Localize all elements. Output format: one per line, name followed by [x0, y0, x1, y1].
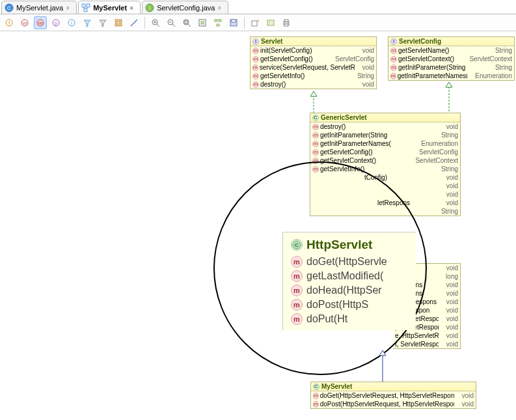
show-fields-icon[interactable]: f	[3, 16, 16, 29]
svg-rect-19	[115, 20, 118, 22]
method-icon: m	[312, 132, 319, 139]
diagram-toolbar: f m m p i	[0, 14, 516, 31]
method-icon: m	[291, 299, 303, 311]
svg-rect-42	[267, 20, 274, 25]
interface-icon: I	[252, 38, 259, 45]
separator	[144, 17, 145, 29]
zoom-out-icon[interactable]	[165, 16, 178, 29]
method-icon: m	[313, 393, 319, 399]
svg-rect-22	[119, 23, 122, 26]
svg-rect-36	[215, 20, 217, 21]
zoom-title: HttpServlet	[306, 238, 372, 252]
svg-marker-48	[310, 91, 317, 96]
grid-icon[interactable]	[112, 16, 125, 29]
svg-point-31	[183, 20, 189, 25]
method-icon: m	[390, 64, 397, 71]
zoom-panel-httpservlet: C HttpServlet mdoGet(HttpServle mgetLast…	[282, 232, 416, 330]
show-package-icon[interactable]: p	[49, 16, 62, 29]
svg-rect-45	[284, 20, 288, 21]
diagram-canvas[interactable]: IServlet minit(ServletConfig)void mgetSe…	[0, 31, 516, 420]
svg-line-29	[172, 24, 175, 27]
filter-blue-icon[interactable]	[81, 16, 94, 29]
svg-rect-4	[84, 8, 87, 12]
method-icon: m	[252, 56, 259, 63]
svg-text:f: f	[8, 20, 10, 26]
separator	[244, 17, 245, 29]
svg-rect-46	[284, 24, 288, 26]
method-icon: m	[312, 149, 319, 156]
svg-text:m: m	[23, 20, 27, 26]
close-icon[interactable]: ×	[217, 5, 224, 11]
class-title: Servlet	[261, 38, 282, 45]
layout-icon[interactable]	[211, 16, 224, 29]
svg-rect-20	[119, 20, 122, 22]
svg-rect-35	[201, 21, 204, 24]
method-icon: m	[313, 401, 319, 408]
svg-marker-51	[446, 82, 452, 87]
svg-text:m: m	[38, 20, 43, 26]
class-icon: C	[291, 239, 303, 251]
class-icon: C	[312, 115, 319, 121]
close-icon[interactable]: ×	[66, 5, 72, 11]
close-icon[interactable]: ×	[129, 5, 136, 11]
filter-icon[interactable]	[96, 16, 109, 29]
zoom-fit-icon[interactable]	[196, 16, 209, 29]
svg-line-23	[131, 20, 137, 26]
line-tool-icon[interactable]	[128, 16, 141, 29]
class-icon: C	[313, 384, 319, 390]
interface-icon: I	[145, 3, 154, 12]
diagram-icon	[81, 3, 90, 12]
svg-rect-21	[115, 23, 118, 26]
editor-tabs: C MyServlet.java × MyServlet × I Servlet…	[0, 0, 516, 14]
tab-myservlet-java[interactable]: C MyServlet.java ×	[1, 1, 77, 14]
class-title: MyServlet	[321, 383, 352, 390]
class-icon: C	[5, 3, 14, 12]
extends-arrow	[378, 350, 387, 382]
method-icon: m	[252, 73, 259, 79]
method-icon: m	[252, 48, 259, 54]
method-icon: m	[312, 141, 319, 147]
svg-text:I: I	[149, 5, 150, 11]
export-icon[interactable]	[249, 16, 262, 29]
tab-label: MyServlet	[93, 4, 127, 12]
info-icon[interactable]: i	[65, 16, 78, 29]
image-icon[interactable]	[264, 16, 277, 29]
svg-rect-37	[219, 20, 221, 21]
tab-myservlet-diagram[interactable]: MyServlet ×	[78, 1, 141, 14]
svg-text:C: C	[295, 242, 299, 248]
svg-text:C: C	[7, 5, 11, 11]
method-icon: m	[390, 48, 397, 54]
method-icon: m	[252, 64, 258, 71]
svg-rect-41	[252, 21, 257, 26]
method-icon: m	[291, 256, 303, 268]
interface-icon: I	[390, 38, 397, 45]
svg-text:i: i	[71, 20, 72, 26]
svg-line-32	[188, 24, 191, 27]
method-icon: m	[252, 81, 259, 88]
class-title: GenericServlet	[321, 114, 367, 121]
class-node-myservlet[interactable]: CMyServlet mdoGet(HttpServletRequest, Ht…	[310, 382, 476, 409]
tab-servletconfig-java[interactable]: I ServletConfig.java ×	[142, 1, 228, 14]
method-icon: m	[312, 124, 319, 130]
svg-rect-2	[82, 4, 85, 7]
show-method-selected-icon[interactable]: m	[34, 16, 47, 29]
class-title: ServletConfig	[399, 38, 441, 45]
class-node-servlet[interactable]: IServlet minit(ServletConfig)void mgetSe…	[250, 36, 377, 89]
method-icon: m	[291, 270, 303, 282]
method-icon: m	[390, 73, 396, 79]
implements-arrow	[309, 91, 318, 113]
svg-text:p: p	[55, 20, 58, 26]
print-icon[interactable]	[280, 16, 293, 29]
svg-rect-3	[87, 4, 90, 7]
tab-label: MyServlet.java	[16, 4, 63, 12]
tab-label: ServletConfig.java	[157, 4, 215, 12]
svg-rect-40	[232, 20, 236, 22]
save-icon[interactable]	[227, 16, 240, 29]
show-method-icon[interactable]: m	[18, 16, 31, 29]
zoom-reset-icon[interactable]	[180, 16, 193, 29]
svg-rect-38	[217, 24, 219, 26]
zoom-in-icon[interactable]	[149, 16, 162, 29]
method-icon: m	[291, 285, 303, 296]
class-node-servletconfig[interactable]: IServletConfig mgetServletName()String m…	[388, 36, 515, 81]
svg-rect-33	[185, 21, 187, 23]
